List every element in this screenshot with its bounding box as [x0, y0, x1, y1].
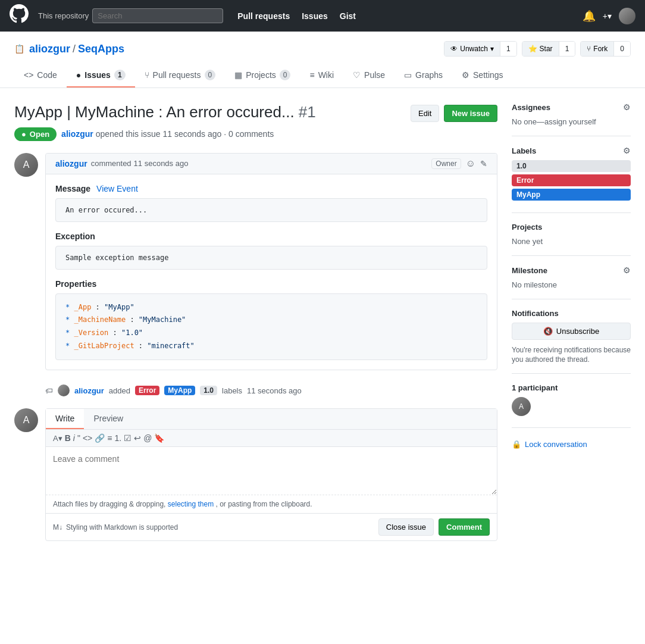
- write-block: Write Preview A▾ B i " <> 🔗 ≡ 1. ☑ ↩ @ 🔖: [45, 408, 497, 541]
- fork-label: Fork: [593, 45, 608, 53]
- italic-btn[interactable]: i: [73, 433, 75, 443]
- tab-wiki[interactable]: ≡ Wiki: [300, 64, 343, 87]
- navbar-links: Pull requests Issues Gist: [237, 11, 356, 21]
- code-btn[interactable]: <>: [83, 433, 92, 443]
- comment-textarea[interactable]: [46, 447, 497, 495]
- avatar-placeholder: A: [14, 153, 38, 177]
- timeline-author[interactable]: aliozgur: [74, 386, 104, 395]
- issue-action-text: opened this issue: [96, 129, 163, 139]
- edit-comment-btn[interactable]: ✎: [480, 159, 487, 168]
- emoji-btn[interactable]: ☺: [466, 158, 475, 169]
- projects-section: Projects None yet: [512, 223, 631, 256]
- milestone-text: No milestone: [512, 280, 557, 289]
- lock-icon: 🔒: [512, 440, 521, 449]
- pull-requests-link[interactable]: Pull requests: [237, 11, 290, 21]
- bold-btn[interactable]: B: [65, 433, 71, 443]
- tab-code[interactable]: <> Code: [14, 64, 67, 87]
- close-issue-btn[interactable]: Close issue: [378, 518, 434, 536]
- label-myapp-badge: MyApp: [164, 386, 195, 395]
- lock-section: 🔒 Lock conversation: [512, 437, 631, 449]
- quote-btn[interactable]: ": [77, 433, 80, 443]
- reply-btn[interactable]: ↩: [134, 433, 141, 443]
- properties-section: Properties * _App : "MyApp" * _MachineNa…: [55, 279, 487, 360]
- attach-text: Attach files by dragging & dropping,: [53, 500, 168, 508]
- tab-settings[interactable]: ⚙ Settings: [452, 64, 513, 87]
- link-btn[interactable]: 🔗: [95, 433, 105, 443]
- repo-context[interactable]: This repository: [38, 8, 223, 23]
- bookmark-btn[interactable]: 🔖: [154, 433, 164, 443]
- new-issue-button[interactable]: New issue: [444, 105, 497, 122]
- milestone-title-row: Milestone ⚙: [512, 265, 631, 275]
- github-logo-icon[interactable]: [10, 4, 29, 27]
- status-text: Open: [30, 130, 49, 139]
- unwatch-btn-group: 👁 Unwatch ▾ 1: [444, 41, 516, 57]
- message-text: An error occured...: [65, 206, 147, 214]
- edit-button[interactable]: Edit: [411, 105, 439, 122]
- star-btn[interactable]: ⭐ Star: [522, 42, 559, 56]
- unwatch-btn[interactable]: 👁 Unwatch ▾: [444, 42, 500, 56]
- navbar-right: 🔔 +▾: [583, 8, 635, 24]
- fork-icon: ⑂: [587, 45, 591, 53]
- status-badge: ● Open: [14, 127, 57, 141]
- exception-section: Exception Sample exception message: [55, 232, 487, 270]
- mention-btn[interactable]: @: [143, 433, 152, 443]
- search-input[interactable]: [92, 8, 223, 23]
- label-error: Error: [512, 174, 631, 186]
- tab-preview[interactable]: Preview: [84, 409, 133, 429]
- tab-issues[interactable]: ● Issues 1: [67, 64, 135, 87]
- eye-icon: 👁: [450, 45, 458, 53]
- tab-projects[interactable]: ▦ Projects 0: [225, 64, 300, 87]
- repo-owner-link[interactable]: aliozgur: [29, 43, 70, 55]
- tab-graphs[interactable]: ▭ Graphs: [394, 64, 452, 87]
- star-btn-group: ⭐ Star 1: [522, 41, 576, 57]
- tab-pulse[interactable]: ♡ Pulse: [343, 64, 394, 87]
- tab-settings-label: Settings: [473, 70, 503, 80]
- labels-gear-btn[interactable]: ⚙: [623, 146, 631, 155]
- unordered-list-btn[interactable]: ≡: [107, 433, 112, 443]
- notification-btn[interactable]: 🔔: [583, 10, 596, 23]
- timeline-time: 11 seconds ago: [247, 386, 302, 395]
- gist-link[interactable]: Gist: [340, 11, 356, 21]
- issues-link[interactable]: Issues: [302, 11, 328, 21]
- tag-icon: 🏷: [45, 386, 53, 395]
- repo-header: 📋 aliozgur / SeqApps 👁 Unwatch ▾ 1 ⭐ Sta…: [0, 32, 645, 88]
- user-avatar[interactable]: [619, 8, 635, 24]
- unsubscribe-btn[interactable]: 🔇 Unsubscribe: [512, 323, 631, 340]
- fork-btn[interactable]: ⑂ Fork: [581, 42, 613, 56]
- tab-write[interactable]: Write: [46, 409, 84, 429]
- font-size-btn[interactable]: A▾: [53, 434, 62, 443]
- issue-comments: ·: [224, 129, 228, 139]
- issues-icon: ●: [76, 70, 81, 80]
- participants-title: 1 participant: [512, 383, 631, 392]
- ordered-list-btn[interactable]: 1.: [114, 433, 121, 443]
- write-avatar: A: [14, 408, 38, 432]
- repo-separator: /: [73, 43, 76, 55]
- notifications-section: Notifications 🔇 Unsubscribe You're recei…: [512, 309, 631, 374]
- add-btn[interactable]: +▾: [603, 11, 612, 21]
- repo-actions: 👁 Unwatch ▾ 1 ⭐ Star 1 ⑂ Fork 0: [444, 41, 631, 57]
- view-event-link[interactable]: View Event: [96, 184, 138, 193]
- attach-link[interactable]: selecting them: [168, 500, 214, 508]
- write-toolbar: A▾ B i " <> 🔗 ≡ 1. ☑ ↩ @ 🔖: [46, 430, 497, 447]
- issue-meta: ● Open aliozgur opened this issue 11 sec…: [14, 127, 497, 141]
- comment-author[interactable]: aliozgur: [55, 159, 87, 168]
- lock-link[interactable]: 🔒 Lock conversation: [512, 440, 631, 449]
- timeline-avatar: [58, 384, 70, 396]
- notifications-title: Notifications: [512, 309, 631, 318]
- issue-title-row: MyApp | MyMachine : An error occured... …: [14, 102, 497, 123]
- repo-name-link[interactable]: SeqApps: [78, 43, 124, 55]
- lock-label: Lock conversation: [525, 440, 587, 449]
- label-10: 1.0: [512, 160, 631, 172]
- task-list-btn[interactable]: ☑: [124, 433, 131, 443]
- message-code-block: An error occured...: [55, 198, 487, 222]
- milestone-gear-btn[interactable]: ⚙: [623, 265, 631, 275]
- assignees-gear-btn[interactable]: ⚙: [623, 102, 631, 112]
- issue-number: #1: [299, 103, 316, 121]
- mute-icon: 🔇: [543, 327, 553, 336]
- tab-pull-requests[interactable]: ⑂ Pull requests 0: [135, 64, 226, 87]
- pulse-icon: ♡: [353, 70, 361, 80]
- unwatch-label: Unwatch: [460, 45, 488, 53]
- prop-row-4: * _GitLabProject : "minecraft": [65, 340, 477, 353]
- author-link[interactable]: aliozgur: [61, 129, 93, 139]
- comment-btn[interactable]: Comment: [439, 518, 490, 536]
